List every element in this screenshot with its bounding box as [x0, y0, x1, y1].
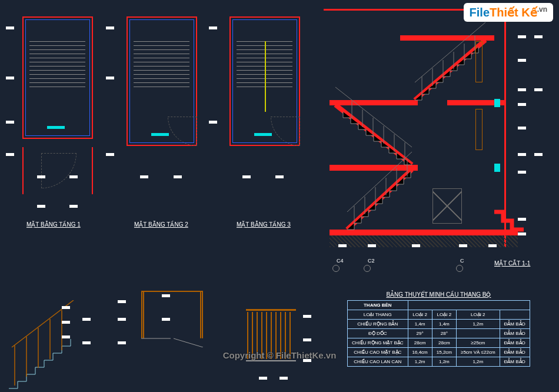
handrail-top: [246, 309, 296, 311]
table-row: CHIỀU RỘNG BẢN1,4m1,4m1,2mĐẢM BẢO: [348, 320, 530, 329]
axis-c4: C4: [337, 258, 344, 264]
axis-bubble: [364, 265, 371, 272]
floor-plan-3: [229, 16, 300, 146]
logo-ext: .vn: [537, 5, 547, 14]
stair-spec-table: BẢNG THUYẾT MINH CẦU THANG BỘ THANG BÊN …: [347, 291, 530, 367]
watermark-logo: FileThiết Kế.vn: [464, 3, 553, 22]
door-swing: [41, 153, 76, 188]
table-row: CHIỀU CAO LAN CAN1,2m1,2m1,2mĐẢM BẢO: [348, 357, 530, 367]
copyright-watermark: Copyright © FileThietKe.vn: [223, 350, 337, 360]
landing-marker: [47, 126, 65, 129]
axis-bubble: [456, 265, 463, 272]
level-mark-2: [494, 99, 500, 107]
axis-c2: C2: [368, 258, 375, 264]
under-stair-door: [432, 188, 462, 224]
table-row: CHIỀU CAO MẶT BẬC16,4cm15,2cm≥5cm VÀ ≤22…: [348, 348, 530, 357]
floor-1-title: MẶT BẰNG TẦNG 1: [26, 221, 81, 228]
door-level-3: [475, 41, 483, 82]
table-row: ĐỘ DỐC29°28°ĐẢM BẢO: [348, 329, 530, 338]
table-row: THANG BÊN: [348, 301, 530, 310]
level-mark-1: [494, 164, 500, 172]
floor-3-title: MẶT BẰNG TẦNG 3: [237, 221, 291, 228]
table-title: BẢNG THUYẾT MINH CẦU THANG BỘ: [347, 291, 530, 298]
table-row: CHIỀU RỘNG MẶT BẬC28cm28cm≥25cmĐẢM BẢO: [348, 338, 530, 348]
floor-plan-1: [22, 16, 93, 139]
logo-text-2: Thiết Kế: [490, 6, 537, 19]
logo-text-1: File: [470, 6, 490, 19]
svg-line-29: [174, 338, 203, 347]
table-row: LOẠI THANGLOẠI 2LOẠI 2LOẠI 2: [348, 310, 530, 320]
landing-marker: [254, 133, 272, 136]
axis-c: C: [460, 258, 464, 264]
stair-treads: [29, 41, 85, 87]
axis-bubble: [332, 265, 340, 272]
stair-treads: [134, 41, 189, 87]
landing-marker: [151, 133, 169, 136]
section-title: MẶT CẮT 1-1: [494, 260, 530, 267]
door-level-2: [475, 109, 483, 150]
center-stringer: [265, 41, 266, 112]
baluster-connection: [141, 283, 212, 347]
handrail-base: [246, 360, 296, 361]
section-view-1-1: [330, 12, 494, 235]
floor-plan-2: [127, 16, 197, 146]
cad-drawing-canvas[interactable]: FileThiết Kế.vn MẶT BẰNG TẦNG 1 MẶT BẰNG…: [0, 0, 559, 392]
entry-area-1: [22, 147, 93, 194]
floor-2-title: MẶT BẰNG TẦNG 2: [134, 221, 188, 228]
railing-detail-1: [3, 300, 103, 392]
